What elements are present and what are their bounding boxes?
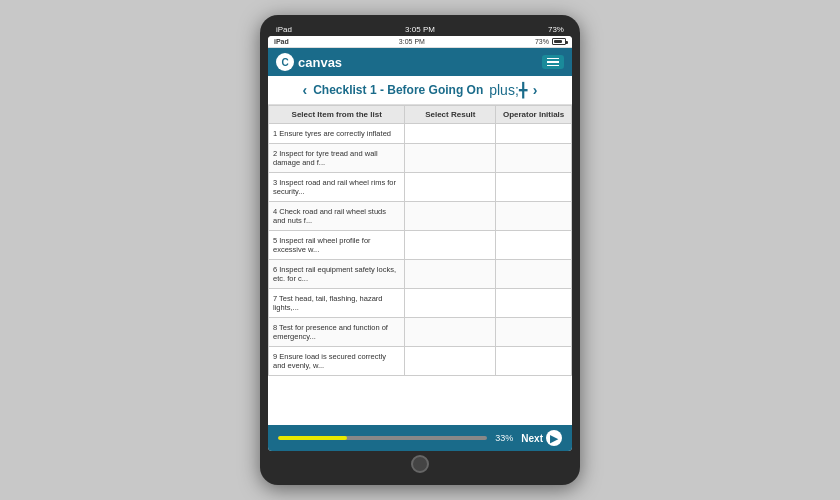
table-row[interactable]: 4 Check road and rail wheel studs and nu… <box>269 202 572 231</box>
battery-percent: 73% <box>535 38 549 45</box>
col-header-initials: Operator Initials <box>496 106 572 124</box>
checklist-data-table: Select Item from the list Select Result … <box>268 105 572 376</box>
device-top-bar: iPad 3:05 PM 73% <box>268 23 572 36</box>
progress-text: 33% <box>495 433 513 443</box>
next-label: Next <box>521 433 543 444</box>
result-cell[interactable] <box>405 231 496 260</box>
result-cell[interactable] <box>405 289 496 318</box>
next-arrow-icon: ▶ <box>546 430 562 446</box>
hamburger-line-1 <box>547 58 559 60</box>
canvas-logo-icon: C <box>276 53 294 71</box>
table-row[interactable]: 1 Ensure tyres are correctly inflated <box>269 124 572 144</box>
hamburger-line-3 <box>547 65 559 67</box>
next-arrow[interactable]: › <box>533 82 538 98</box>
item-cell: 5 Inspect rail wheel profile for excessi… <box>269 231 405 260</box>
initials-cell[interactable] <box>496 144 572 173</box>
table-row[interactable]: 5 Inspect rail wheel profile for excessi… <box>269 231 572 260</box>
progress-fill <box>278 436 347 440</box>
carrier-label: iPad <box>276 25 292 34</box>
initials-cell[interactable] <box>496 289 572 318</box>
status-right: 73% <box>535 38 566 45</box>
canvas-logo: C canvas <box>276 53 342 71</box>
item-cell: 8 Test for presence and function of emer… <box>269 318 405 347</box>
item-cell: 7 Test head, tail, flashing, hazard ligh… <box>269 289 405 318</box>
item-cell: 6 Inspect rail equipment safety locks, e… <box>269 260 405 289</box>
checklist-nav: ‹ Checklist 1 - Before Going On plus;╋ › <box>268 76 572 105</box>
time-label: 3:05 PM <box>405 25 435 34</box>
col-header-result: Select Result <box>405 106 496 124</box>
initials-cell[interactable] <box>496 318 572 347</box>
battery-icon <box>552 38 566 45</box>
status-carrier: iPad <box>274 38 289 45</box>
item-cell: 4 Check road and rail wheel studs and nu… <box>269 202 405 231</box>
home-button[interactable] <box>411 455 429 473</box>
initials-cell[interactable] <box>496 173 572 202</box>
item-cell: 3 Inspect road and rail wheel rims for s… <box>269 173 405 202</box>
result-cell[interactable] <box>405 347 496 376</box>
next-button[interactable]: Next ▶ <box>521 430 562 446</box>
initials-cell[interactable] <box>496 202 572 231</box>
hamburger-line-2 <box>547 61 559 63</box>
device-home <box>268 451 572 477</box>
battery-fill <box>554 40 562 43</box>
prev-arrow[interactable]: ‹ <box>303 82 308 98</box>
add-icon[interactable]: plus;╋ <box>489 82 527 98</box>
initials-cell[interactable] <box>496 347 572 376</box>
item-cell: 1 Ensure tyres are correctly inflated <box>269 124 405 144</box>
checklist-table: Select Item from the list Select Result … <box>268 105 572 425</box>
result-cell[interactable] <box>405 202 496 231</box>
device-screen: iPad 3:05 PM 73% C canvas <box>268 36 572 451</box>
table-row[interactable]: 3 Inspect road and rail wheel rims for s… <box>269 173 572 202</box>
progress-container <box>278 436 487 440</box>
canvas-logo-text: canvas <box>298 55 342 70</box>
footer-bar: 33% Next ▶ <box>268 425 572 451</box>
result-cell[interactable] <box>405 260 496 289</box>
result-cell[interactable] <box>405 124 496 144</box>
app-header: C canvas <box>268 48 572 76</box>
initials-cell[interactable] <box>496 231 572 260</box>
table-row[interactable]: 8 Test for presence and function of emer… <box>269 318 572 347</box>
result-cell[interactable] <box>405 144 496 173</box>
table-row[interactable]: 6 Inspect rail equipment safety locks, e… <box>269 260 572 289</box>
item-cell: 2 Inspect for tyre tread and wall damage… <box>269 144 405 173</box>
result-cell[interactable] <box>405 173 496 202</box>
table-row[interactable]: 7 Test head, tail, flashing, hazard ligh… <box>269 289 572 318</box>
checklist-title: Checklist 1 - Before Going On <box>313 83 483 97</box>
device: iPad 3:05 PM 73% iPad 3:05 PM 73% C canv… <box>260 15 580 485</box>
col-header-item: Select Item from the list <box>269 106 405 124</box>
battery-label: 73% <box>548 25 564 34</box>
status-time: 3:05 PM <box>399 38 425 45</box>
item-cell: 9 Ensure load is secured correctly and e… <box>269 347 405 376</box>
table-row[interactable]: 9 Ensure load is secured correctly and e… <box>269 347 572 376</box>
result-cell[interactable] <box>405 318 496 347</box>
status-bar: iPad 3:05 PM 73% <box>268 36 572 48</box>
canvas-logo-letter: C <box>281 57 288 68</box>
initials-cell[interactable] <box>496 260 572 289</box>
menu-button[interactable] <box>542 55 564 70</box>
table-row[interactable]: 2 Inspect for tyre tread and wall damage… <box>269 144 572 173</box>
initials-cell[interactable] <box>496 124 572 144</box>
